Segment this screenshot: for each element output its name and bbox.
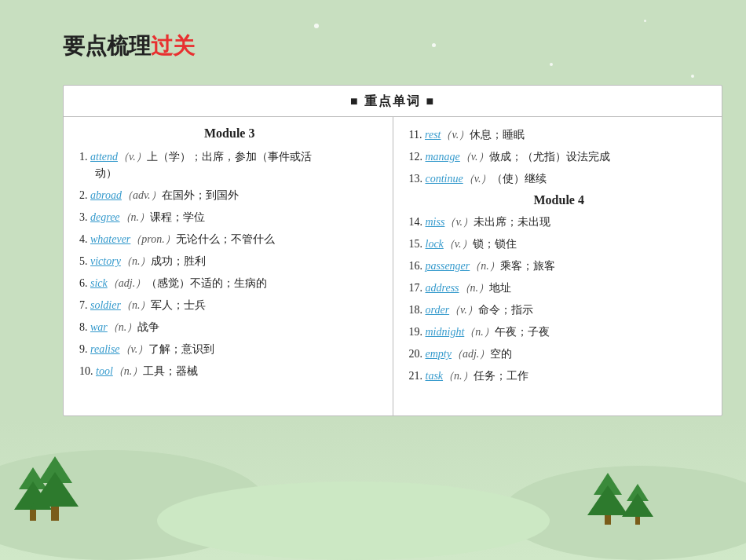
vocab-item-8: 8. war（n.）战争 [79, 319, 380, 335]
section-header: ■ 重点单词 ■ [64, 86, 722, 117]
section-label: ■ 重点单词 ■ [350, 94, 435, 108]
vocab-item-2: 2. abroad（adv.）在国外；到国外 [79, 187, 380, 203]
vocab-word-whatever: whatever [90, 233, 130, 245]
vocab-word-abroad: abroad [90, 189, 122, 201]
vocab-item-9: 9. realise（v.）了解；意识到 [79, 341, 380, 357]
module4-title: Module 4 [409, 193, 710, 207]
module3-title: Module 3 [79, 126, 380, 141]
vocab-word-degree: degree [90, 211, 120, 223]
vocab-item-11: 11. rest（v.）休息；睡眠 [409, 126, 710, 143]
vocab-item-19: 19. midnight（n.）午夜；子夜 [409, 324, 710, 340]
vocab-item-12: 12. manage（v.）做成；（尤指）设法完成 [409, 148, 710, 165]
left-column: Module 3 1. attend（v.）上（学）；出席，参加（事件或活 动）… [64, 117, 393, 415]
vocab-item-3: 3. degree（n.）课程；学位 [79, 209, 380, 225]
vocab-word-war: war [90, 321, 108, 333]
vocab-word-continue: continue [426, 173, 463, 185]
vocab-word-manage: manage [426, 151, 460, 163]
vocab-item-17: 17. address（n.）地址 [409, 280, 710, 296]
vocab-word-lock: lock [426, 238, 444, 250]
vocab-item-13: 13. continue（v.）（使）继续 [409, 170, 710, 187]
vocab-item-14: 14. miss（v.）未出席；未出现 [409, 214, 710, 230]
right-column: 11. rest（v.）休息；睡眠 12. manage（v.）做成；（尤指）设… [393, 117, 722, 415]
title-red: 过关 [151, 31, 195, 61]
vocab-item-20: 20. empty（adj.）空的 [409, 346, 710, 362]
page-header: 要点梳理 过关 [63, 31, 195, 61]
vocab-item-1: 1. attend（v.）上（学）；出席，参加（事件或活 动） [79, 148, 380, 181]
title-black: 要点梳理 [63, 31, 151, 61]
main-content-box: ■ 重点单词 ■ Module 3 1. attend（v.）上（学）；出席，参… [63, 85, 722, 416]
vocab-word-victory: victory [90, 255, 121, 267]
vocab-word-miss: miss [426, 216, 445, 228]
vocab-item-6: 6. sick（adj.）（感觉）不适的；生病的 [79, 275, 380, 291]
vocab-word-empty: empty [426, 348, 452, 360]
vocab-word-task: task [426, 370, 444, 382]
vocab-word-tool: tool [96, 365, 113, 377]
vocab-word-realise: realise [90, 343, 120, 355]
vocab-item-10: 10. tool（n.）工具；器械 [79, 363, 380, 379]
vocab-word-order: order [426, 304, 450, 316]
vocab-item-7: 7. soldier（n.）军人；士兵 [79, 297, 380, 313]
vocab-word-passenger: passenger [426, 260, 470, 272]
vocab-item-18: 18. order（v.）命令；指示 [409, 302, 710, 318]
vocab-word-midnight: midnight [426, 326, 465, 338]
vocab-item-21: 21. task（n.）任务；工作 [409, 368, 710, 384]
vocab-word-rest: rest [425, 129, 441, 141]
vocab-item-4: 4. whatever（pron.）无论什么；不管什么 [79, 231, 380, 247]
vocab-word-soldier: soldier [90, 299, 121, 311]
vocab-item-5: 5. victory（n.）成功；胜利 [79, 253, 380, 269]
vocab-item-16: 16. passenger（n.）乘客；旅客 [409, 258, 710, 274]
vocab-word-attend: attend [90, 151, 118, 163]
content-area: Module 3 1. attend（v.）上（学）；出席，参加（事件或活 动）… [64, 117, 722, 415]
vocab-word-sick: sick [90, 277, 108, 289]
vocab-item-15: 15. lock（v.）锁；锁住 [409, 236, 710, 252]
vocab-word-address: address [426, 282, 459, 294]
